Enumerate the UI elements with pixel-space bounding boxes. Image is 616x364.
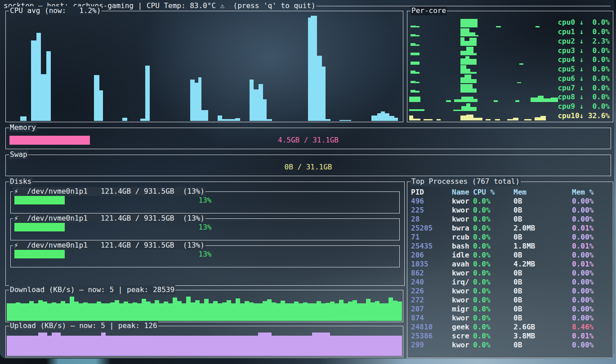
net-col [299, 336, 303, 356]
cpu-avg-bar [254, 89, 259, 121]
core-spark-bar [473, 89, 477, 93]
core-spark-bar [460, 58, 465, 64]
net-col [151, 336, 155, 356]
net-col [124, 302, 128, 321]
core-row: cpu7 ↓ 0.0% [408, 83, 612, 93]
cpu-avg-bar [250, 80, 254, 121]
process-name: kwor [452, 206, 473, 215]
upload-panel: Upload (KB/s) — now: 5 | peak: 126 [5, 326, 403, 357]
net-col [47, 303, 52, 321]
cpu-avg-bar [394, 118, 398, 121]
net-col [7, 336, 11, 356]
core-spark-bar [460, 51, 467, 55]
net-col [177, 301, 182, 321]
net-col [11, 336, 16, 356]
per-core-panel: Per-core cpu0 ↓ 0.0%cpu1 ↓ 0.0%cpu2 ↓ 2.… [407, 11, 613, 122]
net-col [330, 336, 335, 356]
process-mem: 0B [513, 314, 572, 323]
cpu-avg-bar [140, 119, 145, 121]
net-col [308, 303, 312, 321]
net-col [281, 336, 285, 356]
cpu-avg-bar [46, 51, 51, 121]
process-name: scre [452, 332, 473, 341]
net-col [330, 302, 335, 321]
net-col [384, 303, 388, 321]
process-pid: 874 [411, 314, 452, 323]
core-row: cpu8 ↓ 0.0% [408, 93, 612, 102]
process-name: irq/ [452, 278, 473, 287]
net-col [353, 300, 357, 321]
memory-label: 4.5GB / 31.1GB [6, 136, 611, 145]
net-col [92, 336, 97, 356]
process-mem: 2.0MB [513, 224, 572, 233]
process-cpu: 0.0% [473, 332, 513, 341]
core-label: cpu2 ↓ 2.3% [558, 37, 610, 46]
net-col [397, 336, 402, 356]
core-row: cpu3 ↓ 0.0% [408, 46, 612, 55]
net-col [110, 302, 115, 321]
cpu-avg-bar [389, 116, 394, 121]
cpu-avg-bar [339, 120, 351, 121]
net-col [258, 303, 263, 321]
process-pid: 25205 [411, 224, 452, 233]
cpu-avg-bar [190, 80, 195, 121]
net-col [204, 299, 209, 321]
core-spark-bar [535, 117, 541, 120]
core-spark-bar [424, 119, 433, 120]
process-row: 24810geek0.0%2.6GB8.46% [408, 323, 612, 332]
net-col [299, 303, 303, 321]
process-name: kwor [452, 215, 473, 224]
cpu-avg-bar [371, 115, 377, 121]
core-spark-bar [413, 119, 420, 121]
core-spark-bar [486, 119, 491, 120]
processes-title: Top Processes (767 total) [411, 177, 521, 186]
process-mem-pct: 0.00% [572, 341, 612, 350]
net-col [168, 336, 173, 356]
process-row: 206idle0.0%0B0.00% [408, 251, 612, 260]
process-cpu: 0.0% [473, 341, 513, 350]
cpu-avg-title: CPU avg (now: 1.2%) [9, 6, 102, 15]
core-spark-bar [437, 119, 441, 120]
core-row: cpu10↓ 32.6% [408, 111, 612, 120]
process-row: 496kwor0.0%0B0.00% [408, 197, 612, 206]
process-cpu: 0.0% [473, 278, 513, 287]
disk-percent: (13%) [183, 187, 205, 196]
process-mem-pct: 0.00% [572, 278, 612, 287]
net-col [110, 336, 115, 356]
net-col [146, 336, 151, 356]
net-col [272, 336, 276, 356]
net-col [326, 303, 330, 321]
core-row: cpu6 ↓ 0.0% [408, 74, 612, 83]
disk-item-title: ⚡ /dev/nvme0n1p1 121.4GB / 931.5GB (13%) [13, 241, 205, 250]
net-col [353, 336, 357, 356]
process-row: 25386scre0.0%3.8MB0.01% [408, 332, 612, 341]
process-pid: 272 [411, 296, 452, 305]
memory-title: Memory [9, 123, 37, 132]
disk-item-title: ⚡ /dev/nvme0n1p1 121.4GB / 931.5GB (13%) [13, 214, 205, 223]
net-col [326, 333, 330, 356]
core-spark-bar [411, 71, 415, 74]
core-spark-bar [551, 98, 558, 102]
net-col [281, 301, 285, 321]
net-col [204, 336, 209, 356]
net-col [308, 336, 312, 356]
cpu-avg-bar [377, 113, 381, 121]
net-col [379, 303, 384, 321]
net-col [379, 336, 384, 356]
core-spark-bar [464, 41, 469, 46]
process-mem-pct: 0.00% [572, 287, 612, 296]
process-cpu: 0.0% [473, 305, 513, 314]
core-spark-bar [466, 69, 470, 74]
net-col [195, 300, 200, 321]
process-pid: 226 [411, 287, 452, 296]
cpu-avg-bar [381, 111, 385, 121]
process-mem: 0B [513, 215, 572, 224]
disk-item-title: ⚡ /dev/nvme0n1p1 121.4GB / 931.5GB (13%) [13, 187, 205, 196]
net-col [397, 302, 402, 321]
column-header-mem: Mem [513, 188, 572, 197]
process-pid: 28 [411, 215, 452, 224]
net-col [88, 336, 92, 356]
net-col [65, 303, 70, 321]
process-pid: 24810 [411, 323, 452, 332]
process-pid: 207 [411, 305, 452, 314]
